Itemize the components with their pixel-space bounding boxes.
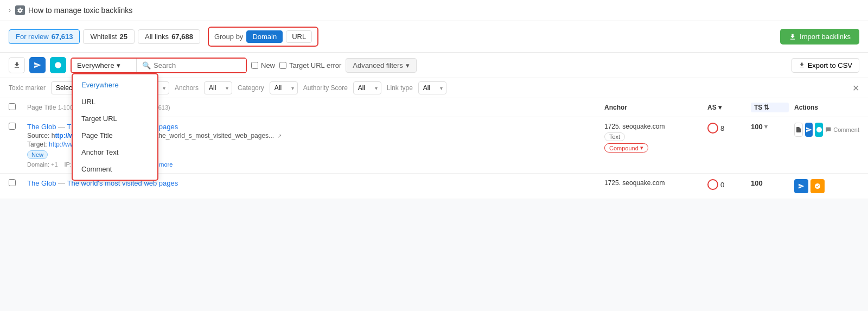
col-anchor-val: 1725. seoquake.com bbox=[604, 179, 702, 189]
anchors-select[interactable]: All bbox=[204, 81, 232, 94]
group-by-domain-btn[interactable]: Domain bbox=[246, 30, 283, 43]
link-type-select-wrap: All bbox=[418, 81, 446, 94]
external-link-icon[interactable]: ↗ bbox=[277, 133, 282, 139]
export-csv-button[interactable]: Export to CSV bbox=[792, 58, 859, 73]
dropdown-item-everywhere[interactable]: Everywhere bbox=[73, 77, 157, 93]
action-export-btn[interactable] bbox=[794, 123, 803, 137]
link-type-label: Link type bbox=[387, 84, 413, 92]
col-as-header: AS ▾ bbox=[707, 104, 745, 111]
row-checkbox-col bbox=[9, 123, 22, 131]
group-by-label: Group by bbox=[214, 33, 243, 41]
as-score-circle bbox=[707, 123, 718, 134]
category-label: Category bbox=[238, 84, 264, 92]
target-error-checkbox-wrap: Target URL error bbox=[279, 61, 341, 69]
send-icon-btn[interactable] bbox=[29, 57, 46, 73]
authority-score-label: Authority Score bbox=[303, 84, 348, 92]
category-select[interactable]: All bbox=[270, 81, 298, 94]
search-input-wrap: 🔍 bbox=[137, 59, 246, 72]
authority-score-select[interactable]: All bbox=[353, 81, 381, 94]
row-checkbox[interactable] bbox=[9, 179, 16, 186]
action-block-btn[interactable] bbox=[815, 123, 823, 137]
authority-score-select-wrap: All bbox=[353, 81, 381, 94]
tab-for-review[interactable]: For review 67,613 bbox=[9, 29, 80, 44]
comment-button[interactable]: Comment bbox=[825, 126, 859, 133]
meta-domain[interactable]: Domain: +1 bbox=[27, 161, 58, 168]
tab-bar: For review 67,613 Whitelist 25 All links… bbox=[0, 21, 868, 53]
action-send-btn[interactable] bbox=[805, 123, 813, 137]
col-as-val: 0 bbox=[707, 179, 745, 190]
col-as-val: 8 bbox=[707, 123, 745, 134]
new-checkbox[interactable] bbox=[251, 62, 258, 69]
dropdown-item-url[interactable]: URL bbox=[73, 93, 157, 110]
anchor-domain: 1725. seoquake.com bbox=[604, 179, 702, 187]
toxic-marker-label: Toxic marker bbox=[9, 84, 46, 92]
link-type-select[interactable]: All bbox=[418, 81, 446, 94]
anchor-compound-badge[interactable]: Compound ▾ bbox=[604, 143, 648, 153]
group-by-url-btn[interactable]: URL bbox=[286, 30, 312, 43]
select-all-checkbox[interactable] bbox=[9, 103, 16, 110]
row-checkbox[interactable] bbox=[9, 123, 16, 130]
new-badge: New bbox=[27, 150, 48, 159]
col-actions-val: Comment bbox=[794, 123, 859, 137]
col-ts-val: 100 ▾ bbox=[751, 123, 789, 131]
col-actions-header: Actions bbox=[794, 104, 859, 111]
search-input[interactable] bbox=[154, 61, 240, 69]
location-dropdown[interactable]: Everywhere ▾ bbox=[72, 59, 137, 72]
col-anchor-header: Anchor bbox=[604, 104, 702, 111]
ts-arrow[interactable]: ▾ bbox=[764, 123, 768, 130]
as-score-circle bbox=[707, 179, 718, 190]
header-checkbox-col bbox=[9, 103, 22, 112]
search-icon: 🔍 bbox=[142, 61, 151, 69]
col-anchor-val: 1725. seoquake.com Text Compound ▾ bbox=[604, 123, 702, 153]
close-filters-button[interactable]: ✕ bbox=[852, 83, 859, 93]
gear-icon bbox=[15, 5, 25, 15]
breadcrumb-title: How to manage toxic backlinks bbox=[28, 6, 132, 15]
dropdown-item-anchor-text[interactable]: Anchor Text bbox=[73, 144, 157, 161]
group-by-section: Group by Domain URL bbox=[208, 27, 318, 47]
dropdown-item-page-title[interactable]: Page Title bbox=[73, 127, 157, 144]
anchors-select-wrap: All bbox=[204, 81, 232, 94]
location-dropdown-menu: Everywhere URL Target URL Page Title Anc… bbox=[72, 73, 158, 181]
category-select-wrap: All bbox=[270, 81, 298, 94]
row-checkbox-col bbox=[9, 179, 22, 188]
tab-all-links[interactable]: All links 67,688 bbox=[138, 29, 200, 44]
advanced-filters-button[interactable]: Advanced filters ▾ bbox=[346, 58, 417, 73]
filter-bar: Everywhere ▾ 🔍 Everywhere URL Target URL… bbox=[0, 53, 868, 78]
anchors-label: Anchors bbox=[175, 84, 199, 92]
dropdown-item-target-url[interactable]: Target URL bbox=[73, 110, 157, 127]
export-icon-btn[interactable] bbox=[9, 57, 25, 73]
breadcrumb-arrow[interactable]: › bbox=[9, 7, 11, 14]
anchor-text-badge: Text bbox=[604, 132, 625, 141]
filter-icon-btn[interactable] bbox=[50, 57, 66, 73]
col-ts-val: 100 bbox=[751, 179, 789, 187]
col-actions-val bbox=[794, 179, 859, 193]
tab-whitelist[interactable]: Whitelist 25 bbox=[83, 29, 135, 44]
col-ts-header[interactable]: TS ⇅ bbox=[751, 103, 789, 112]
new-checkbox-wrap: New bbox=[251, 61, 275, 69]
breadcrumb-bar: › How to manage toxic backlinks bbox=[0, 0, 868, 21]
target-error-checkbox[interactable] bbox=[279, 62, 286, 69]
anchor-domain: 1725. seoquake.com bbox=[604, 123, 702, 130]
dropdown-item-comment[interactable]: Comment bbox=[73, 161, 157, 177]
action-send-btn[interactable] bbox=[794, 179, 808, 193]
import-backlinks-button[interactable]: Import backlinks bbox=[780, 29, 859, 45]
search-area: Everywhere ▾ 🔍 Everywhere URL Target URL… bbox=[71, 58, 247, 73]
action-orange-btn[interactable] bbox=[810, 179, 825, 193]
